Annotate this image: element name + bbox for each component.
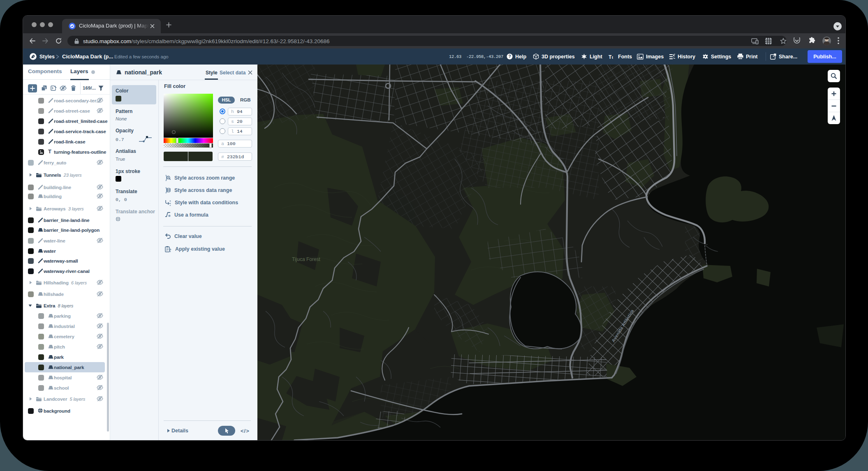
svg-text:T: T bbox=[609, 54, 612, 60]
svg-text:t: t bbox=[612, 55, 613, 59]
svg-text:Tijuca Forest: Tijuca Forest bbox=[292, 256, 321, 262]
svg-text:?: ? bbox=[508, 54, 511, 59]
